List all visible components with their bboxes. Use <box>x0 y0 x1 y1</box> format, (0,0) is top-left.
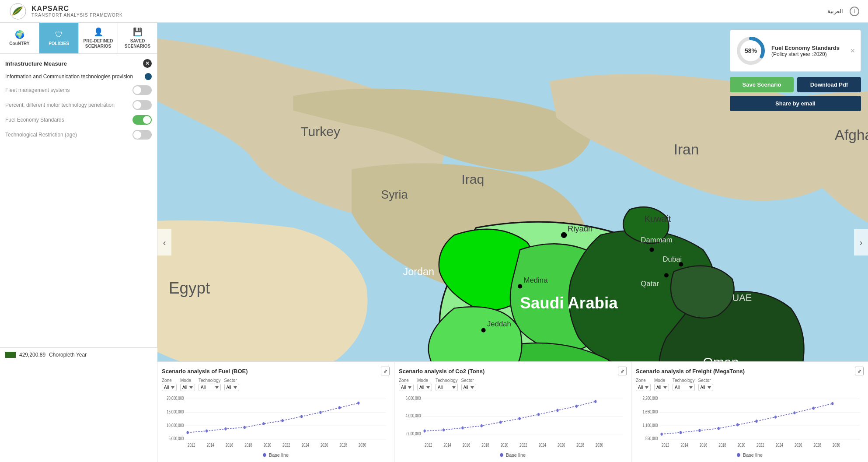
fleet-label: Fleet management systems <box>5 87 132 93</box>
fuel-economy-card: 58% Fuel Economy Standards (Policy start… <box>730 30 861 72</box>
map-arrow-left[interactable]: ‹ <box>157 229 171 256</box>
svg-text:1,100,000: 1,100,000 <box>643 423 658 428</box>
svg-text:Medina: Medina <box>524 276 548 284</box>
svg-text:2012: 2012 <box>425 442 432 447</box>
header-right: العربية i <box>827 7 859 16</box>
zone-select-freight[interactable]: All <box>636 384 651 391</box>
save-scenario-button[interactable]: Save Scenario <box>730 77 794 92</box>
mode-select-fuel[interactable]: All <box>180 384 195 391</box>
tab-saved[interactable]: 💾 SAVED SCENARIOS <box>118 23 157 53</box>
svg-point-52 <box>262 422 265 425</box>
svg-text:2014: 2014 <box>206 442 214 447</box>
svg-text:2014: 2014 <box>443 442 451 447</box>
svg-text:2018: 2018 <box>244 442 252 447</box>
svg-text:2024: 2024 <box>539 442 546 447</box>
svg-point-81 <box>556 409 558 412</box>
tech-select-fuel[interactable]: All <box>199 384 221 391</box>
baseline-label-freight: Base line <box>743 452 763 458</box>
svg-text:Egypt: Egypt <box>169 279 210 297</box>
svg-text:2022: 2022 <box>756 442 764 447</box>
svg-text:2020: 2020 <box>264 442 271 447</box>
svg-text:4,000,000: 4,000,000 <box>406 413 421 418</box>
ict-title: Information and Communication technologi… <box>5 73 152 80</box>
country-icon: 🌍 <box>15 30 24 39</box>
svg-point-24 <box>649 248 654 252</box>
svg-text:2028: 2028 <box>576 442 584 447</box>
svg-text:2024: 2024 <box>776 442 783 447</box>
baseline-legend-dot-freight <box>737 453 740 457</box>
ict-indicator <box>145 73 152 80</box>
svg-text:2022: 2022 <box>519 442 527 447</box>
tech-restriction-toggle[interactable] <box>132 130 152 140</box>
svg-text:2026: 2026 <box>321 442 328 447</box>
svg-text:Jordan: Jordan <box>403 266 435 277</box>
svg-point-19 <box>481 328 486 332</box>
expand-co2-icon[interactable]: ⤢ <box>618 367 627 375</box>
choropleth-value: 429,200.89 <box>19 352 45 358</box>
expand-fuel-icon[interactable]: ⤢ <box>381 367 390 375</box>
sector-select-fuel[interactable]: All <box>224 384 239 391</box>
svg-text:2020: 2020 <box>501 442 508 447</box>
zone-filter-fuel-label: Zone <box>162 378 177 383</box>
fuel-card-subtitle: (Policy start year :2020) <box>771 51 845 57</box>
svg-text:2018: 2018 <box>481 442 489 447</box>
fleet-toggle[interactable] <box>132 85 152 95</box>
tab-policies[interactable]: 🛡 POLICIES <box>39 23 79 53</box>
svg-text:1,650,000: 1,650,000 <box>643 410 658 414</box>
info-icon[interactable]: i <box>850 7 859 16</box>
download-pdf-button[interactable]: Download Pdf <box>797 77 861 92</box>
svg-text:2030: 2030 <box>359 442 366 447</box>
svg-point-55 <box>319 411 321 414</box>
tech-select-co2[interactable]: All <box>436 384 458 391</box>
svg-point-77 <box>481 424 483 427</box>
mode-select-co2[interactable]: All <box>417 384 432 391</box>
sector-select-co2[interactable]: All <box>461 384 476 391</box>
svg-point-15 <box>561 232 567 238</box>
close-infrastructure-button[interactable]: ✕ <box>143 59 152 68</box>
sidebar-content: Infrastructure Measure ✕ Information and… <box>0 54 157 462</box>
tech-select-freight[interactable]: All <box>673 384 695 391</box>
svg-text:Syria: Syria <box>381 188 408 201</box>
svg-text:2014: 2014 <box>680 442 688 447</box>
svg-point-53 <box>282 419 284 422</box>
tab-predefined-label: PRE-DEFINED SCENARIOS <box>80 38 116 49</box>
svg-text:Jeddah: Jeddah <box>487 320 511 328</box>
saved-icon: 💾 <box>133 27 143 37</box>
expand-freight-icon[interactable]: ⤢ <box>855 367 864 375</box>
svg-text:2016: 2016 <box>463 442 470 447</box>
toggle-row-motor: Percent. different motor technology pene… <box>5 99 152 111</box>
fuel-chart-legend: Base line <box>162 452 390 458</box>
svg-point-105 <box>718 427 720 430</box>
chart-fuel-filters: Zone All Mode All Technology All Sector <box>162 378 390 391</box>
zone-select-co2[interactable]: All <box>399 384 414 391</box>
zone-filter-co2: Zone All <box>399 378 414 391</box>
svg-text:2026: 2026 <box>795 442 802 447</box>
svg-text:Riyadh: Riyadh <box>568 224 593 233</box>
tab-predefined[interactable]: 👤 PRE-DEFINED SCENARIOS <box>79 23 118 53</box>
share-email-button[interactable]: Share by email <box>730 96 861 111</box>
zone-select-fuel[interactable]: All <box>162 384 177 391</box>
svg-point-17 <box>518 284 522 288</box>
svg-point-49 <box>206 430 208 433</box>
tab-country[interactable]: 🌍 CouNTRY <box>0 23 39 53</box>
chart-freight-svg-area: 2,200,000 1,650,000 1,100,000 550,000 20… <box>636 394 864 451</box>
motor-toggle[interactable] <box>132 100 152 110</box>
arabic-link[interactable]: العربية <box>827 8 843 14</box>
sidebar-tabs: 🌍 CouNTRY 🛡 POLICIES 👤 PRE-DEFINED SCENA… <box>0 23 157 54</box>
svg-text:10,000,000: 10,000,000 <box>167 423 184 428</box>
logo-text: KAPSARC TRANSPORT ANALYSIS FRAMEWORK <box>31 5 123 18</box>
tab-country-label: CouNTRY <box>9 41 29 46</box>
svg-point-26 <box>664 273 669 277</box>
close-fuel-card-button[interactable]: ✕ <box>850 47 855 54</box>
svg-point-78 <box>499 420 502 424</box>
sector-select-freight[interactable]: All <box>698 384 713 391</box>
motor-label: Percent. different motor technology pene… <box>5 102 132 108</box>
svg-text:2026: 2026 <box>558 442 565 447</box>
map-arrow-right[interactable]: › <box>854 229 868 256</box>
toggle-row-fuel: Fuel Economy Standards <box>5 114 152 126</box>
svg-point-48 <box>186 431 188 434</box>
donut-percent: 58% <box>745 47 757 54</box>
fuel-economy-toggle[interactable] <box>132 115 152 125</box>
svg-text:Dubai: Dubai <box>663 255 682 263</box>
mode-select-freight[interactable]: All <box>654 384 669 391</box>
